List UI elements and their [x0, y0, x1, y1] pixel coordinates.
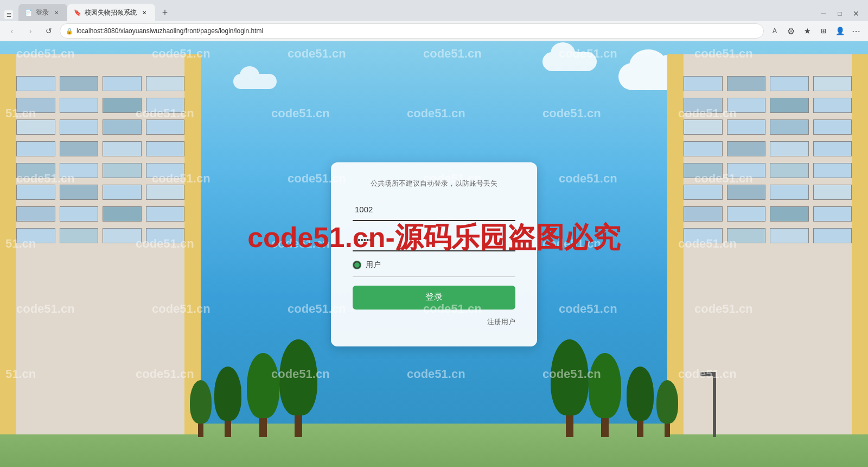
- address-text: localhost:8080/xiaoyuansiwuzhaoling/fron…: [76, 27, 263, 35]
- tab-login[interactable]: 📄 登录 ✕: [18, 4, 67, 21]
- tab-login-label: 登录: [36, 8, 49, 17]
- login-card: 公共场所不建议自动登录，以防账号丢失 用户 登录 注册用户: [331, 162, 537, 346]
- new-tab-button[interactable]: +: [157, 5, 173, 20]
- tab-system-favicon: 🔖: [74, 9, 81, 16]
- favorites-button[interactable]: ★: [800, 23, 815, 39]
- tab-login-close[interactable]: ✕: [52, 8, 61, 17]
- username-input[interactable]: [353, 199, 515, 221]
- register-link[interactable]: 注册用户: [353, 317, 515, 327]
- browser-chrome: ☰ 📄 登录 ✕ 🔖 校园失物招领系统 ✕ + ─ □ ✕ ‹ › ↺ 🔒 lo…: [0, 0, 868, 41]
- collections-button[interactable]: ⊞: [816, 23, 831, 39]
- tab-login-favicon: 📄: [25, 9, 33, 16]
- tab-system-label: 校园失物招领系统: [85, 8, 137, 17]
- toolbar-right: A ⚙ ★ ⊞ 👤 ⋯: [767, 23, 864, 39]
- sidebar-toggle-button[interactable]: ☰: [4, 10, 13, 19]
- role-user-label[interactable]: 用户: [366, 260, 381, 270]
- close-button[interactable]: ✕: [848, 8, 864, 19]
- tab-system-close[interactable]: ✕: [140, 8, 149, 17]
- login-card-wrapper: 公共场所不建议自动登录，以防账号丢失 用户 登录 注册用户: [0, 41, 868, 467]
- more-button[interactable]: ⋯: [848, 23, 864, 39]
- read-mode-button[interactable]: A: [767, 23, 782, 39]
- role-row: 用户: [353, 260, 515, 277]
- password-input[interactable]: [353, 230, 515, 251]
- minimize-button[interactable]: ─: [816, 8, 831, 19]
- browser-settings-button[interactable]: ⚙: [783, 23, 799, 39]
- login-notice: 公共场所不建议自动登录，以防账号丢失: [353, 179, 515, 188]
- role-user-radio[interactable]: [353, 261, 361, 269]
- tab-system[interactable]: 🔖 校园失物招领系统 ✕: [67, 4, 155, 21]
- reload-button[interactable]: ↺: [41, 23, 56, 39]
- maximize-button[interactable]: □: [832, 8, 847, 19]
- password-group: [353, 230, 515, 251]
- profile-button[interactable]: 👤: [832, 23, 847, 39]
- username-group: [353, 199, 515, 221]
- tab-bar: ☰ 📄 登录 ✕ 🔖 校园失物招领系统 ✕ + ─ □ ✕: [0, 0, 868, 21]
- lock-icon: 🔒: [66, 28, 73, 35]
- address-bar[interactable]: 🔒 localhost:8080/xiaoyuansiwuzhaoling/fr…: [60, 23, 764, 39]
- login-button[interactable]: 登录: [353, 286, 515, 310]
- forward-button[interactable]: ›: [23, 23, 38, 39]
- address-bar-row: ‹ › ↺ 🔒 localhost:8080/xiaoyuansiwuzhaol…: [0, 21, 868, 41]
- back-button[interactable]: ‹: [4, 23, 20, 39]
